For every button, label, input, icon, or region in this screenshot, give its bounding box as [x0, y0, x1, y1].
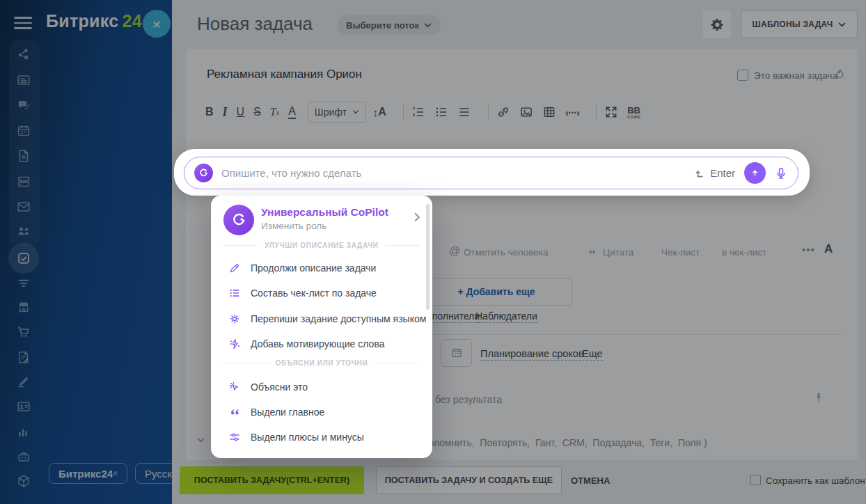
text-mode-button[interactable]: A: [824, 242, 833, 256]
contacts-icon[interactable]: [16, 399, 31, 414]
bbcode-button[interactable]: BB CODE: [627, 106, 640, 119]
image-icon[interactable]: [519, 105, 533, 119]
submit-task-button[interactable]: ПОСТАВИТЬ ЗАДАЧУ(CTRL+ENTER): [180, 466, 364, 494]
copilot-section-divider: УЛУЧШИ ОПИСАНИЕ ЗАДАЧИ: [223, 242, 420, 249]
copilot-dropdown: Универсальный CoPilot Изменить роль УЛУЧ…: [211, 196, 432, 458]
flow-selector-label: Выберите поток: [346, 20, 419, 31]
mention-button[interactable]: Отметить человека: [464, 247, 549, 258]
hamburger-menu-icon[interactable]: [14, 17, 32, 29]
cancel-button[interactable]: ОТМЕНА: [571, 475, 610, 486]
crm-funnel-icon[interactable]: [16, 276, 31, 291]
brand-logo-text: Битрикс: [46, 11, 118, 31]
code-button[interactable]: ‹···›: [565, 107, 579, 118]
strikethrough-button[interactable]: S: [253, 106, 261, 118]
chevron-down-icon[interactable]: [197, 438, 205, 443]
copilot-menu-item[interactable]: Выдели главное: [211, 403, 432, 421]
save-as-template-checkbox[interactable]: [750, 475, 761, 485]
copilot-role-row[interactable]: Универсальный CoPilot Изменить роль: [211, 196, 432, 240]
bold-button[interactable]: B: [205, 106, 214, 118]
settings-button[interactable]: [703, 10, 731, 38]
divider: [409, 334, 842, 335]
italic-button[interactable]: I: [223, 105, 228, 120]
copilot-menu-item[interactable]: Объясни это: [211, 378, 432, 396]
divider-line: [223, 363, 269, 363]
drive-icon[interactable]: [16, 174, 31, 189]
copilot-menu-item[interactable]: Продолжи описание задачи: [211, 259, 432, 277]
calendar-icon[interactable]: [16, 123, 31, 139]
robot-icon[interactable]: [16, 449, 31, 464]
quote-button[interactable]: Цитата: [603, 247, 633, 258]
font-size-button[interactable]: ↕A: [373, 106, 386, 118]
copilot-menu-item[interactable]: Составь чек-лист по задаче: [211, 284, 432, 302]
checklist-icon: [228, 287, 241, 299]
people-icon[interactable]: [16, 223, 31, 239]
align-icon[interactable]: [457, 105, 471, 119]
copilot-logo-icon: [194, 164, 213, 182]
deadline-calendar-button[interactable]: [441, 339, 472, 367]
expand-icon[interactable]: [604, 105, 618, 119]
close-icon: ×: [152, 17, 161, 31]
clear-format-button[interactable]: Tx: [270, 106, 279, 118]
font-selector[interactable]: Шрифт: [308, 102, 366, 123]
box-icon[interactable]: [16, 473, 31, 489]
copilot-role-subtitle: Изменить роль: [261, 221, 326, 231]
store-icon[interactable]: [16, 299, 31, 315]
contract-icon[interactable]: [16, 349, 31, 365]
planning-link[interactable]: Планирование сроков: [480, 348, 584, 361]
task-templates-button[interactable]: ШАБЛОНЫ ЗАДАЧ: [741, 10, 858, 38]
underline-button[interactable]: U: [237, 106, 245, 118]
pin-icon[interactable]: [813, 390, 824, 405]
add-more-button[interactable]: + Добавить еще: [420, 278, 572, 306]
copilot-input[interactable]: Опишите, что нужно сделать Enter: [184, 157, 798, 189]
pulse-icon[interactable]: [16, 47, 31, 62]
observers-link[interactable]: Наблюдатели: [475, 310, 537, 323]
mail-icon[interactable]: [16, 199, 31, 214]
submit-task-label: ПОСТАВИТЬ ЗАДАЧУ(CTRL+ENTER): [194, 475, 350, 485]
flow-selector[interactable]: Выберите поток: [337, 15, 441, 35]
submit-and-new-label: ПОСТАВИТЬ ЗАДАЧУ И СОЗДАТЬ ЕЩЕ: [385, 475, 553, 485]
ordered-list-icon[interactable]: [411, 105, 425, 119]
quote-icon[interactable]: [587, 247, 597, 256]
document-icon[interactable]: [16, 148, 31, 164]
submit-and-new-button[interactable]: ПОСТАВИТЬ ЗАДАЧУ И СОЗДАТЬ ЕЩЕ: [376, 466, 562, 494]
report-icon[interactable]: [16, 424, 31, 439]
text-color-button[interactable]: A: [288, 105, 296, 119]
copilot-role-title: Универсальный CoPilot: [261, 206, 388, 219]
copilot-menu-item[interactable]: Перепиши задание доступным языком: [211, 310, 432, 328]
microphone-icon[interactable]: [774, 166, 788, 181]
copilot-section-divider: ОБЪЯСНИ ИЛИ УТОЧНИ: [223, 359, 420, 367]
bbcode-bottom: CODE: [627, 115, 640, 119]
table-icon[interactable]: [542, 105, 556, 119]
bullet-list-icon[interactable]: [434, 105, 448, 119]
arrow-up-icon: [750, 168, 760, 178]
chevron-right-icon: [414, 212, 420, 222]
feed-icon[interactable]: [16, 72, 31, 88]
toolbar-separator: [403, 104, 404, 120]
checklist-button[interactable]: Чек-лист: [661, 247, 700, 258]
copilot-send-button[interactable]: [744, 162, 766, 184]
save-as-template-label: Сохранить как шаблон: [766, 475, 865, 486]
tasks-icon[interactable]: [16, 251, 31, 266]
clear-format-x: x: [276, 109, 279, 116]
dropdown-scrollbar[interactable]: [426, 204, 430, 310]
copilot-menu-item[interactable]: Выдели плюсы и минусы: [211, 428, 432, 446]
important-task-label: Это важная задача: [754, 70, 837, 81]
extra-options-summary[interactable]: ( Напомнить, Повторять, Гант, CRM, Подза…: [416, 437, 707, 448]
more-link[interactable]: Еще: [582, 348, 603, 361]
to-checklist-button[interactable]: в чек-лист: [722, 247, 766, 258]
bitrix-badge[interactable]: Битрикс24©: [49, 463, 127, 484]
more-options-button[interactable]: •••: [802, 244, 815, 255]
copilot-menu-item[interactable]: Добавь мотивирующие слова: [211, 335, 432, 353]
sign-icon[interactable]: [16, 374, 31, 389]
toolbar-separator: [596, 104, 597, 120]
copilot-menu-item-label: Перепиши задание доступным языком: [251, 313, 426, 324]
close-button[interactable]: ×: [143, 10, 171, 38]
divider-line: [386, 245, 420, 246]
important-task-checkbox[interactable]: [737, 70, 748, 81]
copilot-menu-item-label: Добавь мотивирующие слова: [251, 338, 384, 349]
mention-at-icon[interactable]: @: [449, 245, 460, 258]
link-icon[interactable]: [496, 105, 510, 119]
chat-icon[interactable]: [16, 97, 31, 113]
cart-icon[interactable]: [16, 324, 31, 340]
task-title-input[interactable]: Рекламная кампания Орион: [207, 68, 362, 81]
